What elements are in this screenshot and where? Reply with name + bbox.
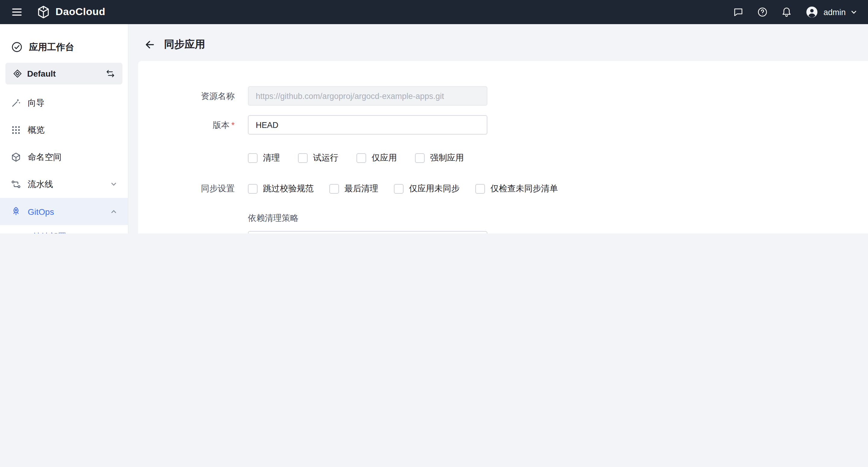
notifications-bell-icon[interactable] [781,7,792,18]
sidebar-item-app-workbench[interactable]: 应用工作台 [0,31,128,60]
page-header: 同步应用 [128,24,868,61]
help-icon[interactable] [757,7,768,18]
checkbox [329,184,339,194]
resource-name-label: 资源名称 [138,86,248,105]
required-asterisk: * [231,120,235,130]
sidebar: 应用工作台 Default 向导 概览 命名空间 流水线 [0,24,128,234]
workbench-icon [11,41,23,53]
sidebar-item-gitops[interactable]: GitOps [0,198,128,225]
resource-name-input [248,86,487,105]
checkbox-force-apply[interactable]: 强制应用 [415,153,464,163]
checkbox [248,184,257,194]
chat-icon[interactable] [733,7,744,18]
checkbox-prune-last[interactable]: 最后清理 [329,183,378,194]
app-window: DaoCloud admin 应用工作台 [0,0,868,234]
workspace-selector[interactable]: Default [5,63,122,85]
prune-policy-select[interactable]: foreground [248,231,487,234]
page-title: 同步应用 [164,37,205,51]
version-label: 版本* [138,115,248,134]
chevron-down-icon [111,181,117,188]
daocloud-logo-icon [36,5,51,19]
brand-name: DaoCloud [56,6,105,18]
checkbox-apply-only[interactable]: 仅应用 [356,153,397,163]
sidebar-item-label: 命名空间 [28,152,62,163]
checkbox [248,153,257,163]
checkbox-dry-run[interactable]: 试运行 [298,153,338,163]
workspace-name: Default [27,69,101,79]
switch-workspace-icon[interactable] [105,69,115,79]
pipeline-icon [11,179,21,189]
brand-logo: DaoCloud [36,5,105,19]
checkbox [415,153,425,163]
sync-app-form-card: 资源名称 版本* [138,61,868,234]
sidebar-subitem-continuous-deployment[interactable]: 持续部署 [0,225,128,234]
prune-policy-label: 依赖清理策略 [248,213,844,224]
sidebar-item-pipeline[interactable]: 流水线 [0,171,128,198]
workspace-diamond-icon [13,69,22,79]
username-label: admin [824,7,846,17]
checkbox-prune[interactable]: 清理 [248,153,280,163]
chevron-up-icon [111,208,117,215]
workbench-label: 应用工作台 [29,41,74,53]
avatar [805,5,818,19]
sidebar-item-label: 向导 [28,97,44,108]
checkbox [298,153,308,163]
sidebar-item-wizard[interactable]: 向导 [0,89,128,117]
sidebar-item-overview[interactable]: 概览 [0,117,128,144]
sidebar-item-label: 概览 [28,125,44,135]
sidebar-subitem-label: 持续部署 [33,232,66,234]
checkbox [475,184,485,194]
main-content: 同步应用 资源名称 版本* [128,24,868,234]
wand-icon [11,98,21,108]
cube-icon [11,152,21,162]
hamburger-menu-icon[interactable] [11,6,23,18]
grid-dots-icon [11,125,21,135]
user-menu[interactable]: admin [805,5,857,19]
rocket-icon [11,206,21,217]
sidebar-item-label: GitOps [28,207,54,216]
chevron-down-icon [850,9,857,15]
checkbox [394,184,404,194]
version-input[interactable] [248,115,487,134]
checkbox-check-out-of-sync-manifests-only[interactable]: 仅检查未同步清单 [475,183,558,194]
sidebar-item-namespace[interactable]: 命名空间 [0,144,128,171]
sidebar-item-label: 流水线 [28,179,53,190]
checkbox [356,153,366,163]
sync-settings-label: 同步设置 [138,179,248,197]
checkbox-apply-out-of-sync-only[interactable]: 仅应用未同步 [394,183,460,194]
back-arrow-icon[interactable] [144,39,155,50]
checkbox-skip-schema-validation[interactable]: 跳过校验规范 [248,183,314,194]
topbar: DaoCloud admin [0,0,868,24]
